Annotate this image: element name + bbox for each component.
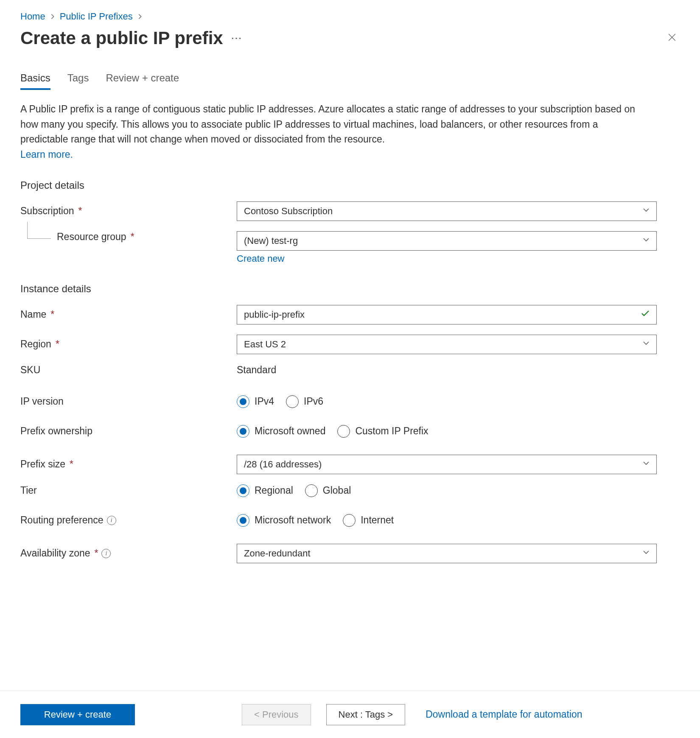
tier-radio-group: Regional Global: [237, 484, 657, 497]
section-instance-details: Instance details: [20, 283, 680, 295]
info-icon[interactable]: i: [101, 549, 111, 558]
more-actions-button[interactable]: ⋯: [231, 33, 243, 44]
tier-regional-radio[interactable]: Regional: [237, 484, 293, 497]
region-label: Region: [20, 338, 51, 350]
breadcrumb-public-ip-prefixes[interactable]: Public IP Prefixes: [60, 11, 133, 22]
routing-internet-radio[interactable]: Internet: [343, 514, 394, 527]
tab-bar: Basics Tags Review + create: [20, 72, 680, 90]
routing-microsoft-network-radio[interactable]: Microsoft network: [237, 514, 331, 527]
required-indicator: *: [50, 309, 54, 320]
sku-label: SKU: [20, 364, 40, 376]
chevron-down-icon: [642, 206, 650, 217]
name-input[interactable]: public-ip-prefix: [237, 305, 657, 324]
resource-group-select[interactable]: (New) test-rg: [237, 231, 657, 251]
tab-basics[interactable]: Basics: [20, 72, 50, 90]
section-project-details: Project details: [20, 179, 680, 191]
prefix-ownership-custom-radio[interactable]: Custom IP Prefix: [337, 425, 428, 438]
prefix-size-label: Prefix size: [20, 458, 65, 470]
subscription-select[interactable]: Contoso Subscription: [237, 201, 657, 221]
routing-preference-radio-group: Microsoft network Internet: [237, 514, 657, 527]
chevron-down-icon: [642, 459, 650, 470]
prefix-ownership-label: Prefix ownership: [20, 425, 92, 437]
review-create-button[interactable]: Review + create: [20, 704, 135, 725]
next-button[interactable]: Next : Tags >: [326, 704, 406, 725]
tab-tags[interactable]: Tags: [67, 72, 89, 90]
chevron-down-icon: [642, 235, 650, 246]
required-indicator: *: [95, 548, 98, 559]
create-new-resource-group-link[interactable]: Create new: [237, 253, 285, 264]
required-indicator: *: [78, 205, 82, 217]
page-title: Create a public IP prefix: [20, 28, 223, 48]
availability-zone-select[interactable]: Zone-redundant: [237, 544, 657, 563]
ip-version-label: IP version: [20, 396, 64, 407]
valid-check-icon: [640, 308, 650, 321]
region-select[interactable]: East US 2: [237, 335, 657, 354]
chevron-right-icon: [137, 11, 143, 22]
ip-version-radio-group: IPv4 IPv6: [237, 395, 657, 408]
ip-version-ipv4-radio[interactable]: IPv4: [237, 395, 274, 408]
tree-connector-icon: [27, 222, 51, 239]
close-button[interactable]: [664, 30, 680, 47]
info-icon[interactable]: i: [107, 516, 116, 525]
chevron-down-icon: [642, 548, 650, 559]
wizard-footer: Review + create < Previous Next : Tags >…: [0, 690, 700, 738]
breadcrumb-home[interactable]: Home: [20, 11, 45, 22]
sku-value: Standard: [237, 364, 276, 375]
chevron-right-icon: [50, 11, 56, 22]
required-indicator: *: [56, 338, 59, 350]
subscription-label: Subscription: [20, 205, 74, 217]
description-text: A Public IP prefix is a range of contigu…: [20, 102, 648, 162]
resource-group-label: Resource group: [57, 231, 126, 243]
tab-review-create[interactable]: Review + create: [106, 72, 179, 90]
tier-global-radio[interactable]: Global: [305, 484, 351, 497]
chevron-down-icon: [642, 339, 650, 350]
previous-button: < Previous: [242, 704, 311, 725]
prefix-ownership-microsoft-radio[interactable]: Microsoft owned: [237, 425, 325, 438]
tier-label: Tier: [20, 485, 37, 496]
routing-preference-label: Routing preference: [20, 514, 104, 526]
availability-zone-label: Availability zone: [20, 548, 90, 559]
prefix-size-select[interactable]: /28 (16 addresses): [237, 455, 657, 474]
ip-version-ipv6-radio[interactable]: IPv6: [286, 395, 323, 408]
prefix-ownership-radio-group: Microsoft owned Custom IP Prefix: [237, 425, 657, 438]
required-indicator: *: [70, 458, 73, 470]
name-label: Name: [20, 309, 46, 320]
required-indicator: *: [131, 231, 134, 243]
download-template-link[interactable]: Download a template for automation: [426, 709, 582, 720]
breadcrumb: Home Public IP Prefixes: [20, 11, 680, 22]
learn-more-link[interactable]: Learn more.: [20, 149, 73, 160]
